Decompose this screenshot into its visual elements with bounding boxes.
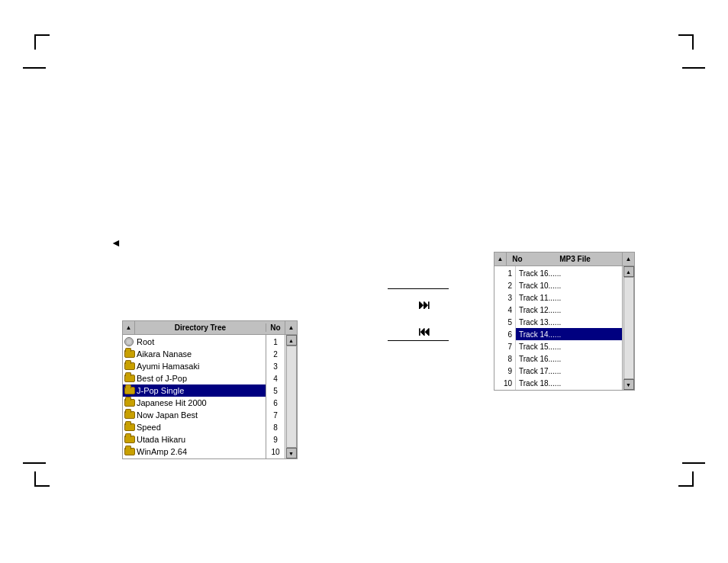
cd-icon [124,337,135,346]
dir-item-label: Now Japan Best [137,410,198,420]
directory-no-label: No [266,323,285,332]
mp3-scroll-down[interactable]: ▼ [623,379,634,390]
mp3-item-number: 2 [494,279,515,291]
mp3-scroll-up[interactable]: ▲ [623,266,634,277]
mp3-list: 12345678910 Track 16......Track 10......… [494,266,622,390]
mp3-item-number: 1 [494,267,515,279]
dir-item-5[interactable]: Japanese Hit 2000 [123,397,266,409]
nav-backward-button[interactable]: ⏮ [418,325,430,339]
folder-icon [124,423,135,432]
mp3-item-5[interactable]: Track 14...... [516,328,622,340]
directory-body: RootAikara NanaseAyumi HamasakiBest of J… [123,335,297,458]
dir-scroll-up-button[interactable]: ▲ [123,321,135,335]
dash-bl [23,462,46,464]
mp3-item-number: 6 [494,328,515,340]
folder-icon [124,386,135,395]
nav-forward-button[interactable]: ⏭ [418,298,430,312]
directory-scrollbar: ▲ ▼ [285,335,297,458]
dir-scroll-track [286,346,297,448]
mp3-item-2[interactable]: Track 11...... [516,291,622,304]
folder-icon [124,410,135,420]
dir-item-label: Japanese Hit 2000 [137,398,207,407]
folder-icon [124,362,135,371]
mp3-item-6[interactable]: Track 15...... [516,340,622,352]
dash-br [682,462,705,464]
left-arrow-indicator: ◄ [111,236,121,249]
dir-item-number: 8 [266,421,285,433]
dir-item-number: 1 [266,336,285,348]
dir-item-number: 6 [266,397,285,409]
directory-numbers: 12345678910 [266,335,285,458]
dir-item-number: 7 [266,409,285,421]
directory-panel: ▲ Directory Tree No ▲ RootAikara NanaseA… [122,320,298,459]
folder-icon [124,447,135,456]
mp3-item-8[interactable]: Track 17...... [516,365,622,377]
mp3-scrollbar: ▲ ▼ [622,266,634,390]
mp3-header-scroll-arrow[interactable]: ▲ [622,253,634,266]
mp3-panel: ▲ No MP3 File ▲ 12345678910 Track 16....… [494,252,635,391]
dir-item-6[interactable]: Now Japan Best [123,409,266,421]
folder-icon [124,349,135,359]
mp3-item-number: 7 [494,340,515,352]
nav-hline-top [388,288,449,289]
dir-item-label: Aikara Nanase [137,349,192,359]
directory-header: ▲ Directory Tree No ▲ [123,321,297,335]
mp3-header: ▲ No MP3 File ▲ [494,253,634,266]
dir-item-2[interactable]: Ayumi Hamasaki [123,360,266,372]
mp3-item-number: 9 [494,365,515,377]
dir-item-label: Root [137,337,154,346]
corner-mark-br [678,471,694,487]
dir-item-number: 2 [266,348,285,360]
mp3-item-9[interactable]: Track 18...... [516,377,622,389]
dir-item-1[interactable]: Aikara Nanase [123,348,266,360]
dir-item-label: Ayumi Hamasaki [137,362,199,371]
mp3-body: 12345678910 Track 16......Track 10......… [494,266,634,390]
dir-item-number: 3 [266,360,285,372]
directory-scroll-arrow[interactable]: ▲ [285,321,297,335]
mp3-item-number: 3 [494,291,515,304]
nav-hline-mid [388,340,449,341]
corner-mark-bl [34,471,50,487]
dir-item-label: J-Pop Single [137,386,184,395]
dir-item-label: WinAmp 2.64 [137,447,187,456]
dir-item-9[interactable]: WinAmp 2.64 [123,446,266,458]
dash-tr [682,67,705,69]
mp3-item-3[interactable]: Track 12...... [516,304,622,316]
mp3-item-number: 8 [494,352,515,365]
dir-item-4[interactable]: J-Pop Single [123,384,266,397]
dir-item-label: Utada Hikaru [137,435,185,444]
dir-item-8[interactable]: Utada Hikaru [123,433,266,446]
mp3-item-4[interactable]: Track 13...... [516,316,622,328]
dir-item-number: 4 [266,372,285,384]
mp3-file-label: MP3 File [528,255,622,263]
dir-item-3[interactable]: Best of J-Pop [123,372,266,384]
mp3-files: Track 16......Track 10......Track 11....… [516,266,622,390]
folder-icon [124,398,135,407]
mp3-item-1[interactable]: Track 10...... [516,279,622,291]
dash-tl [23,67,46,69]
corner-mark-tr [678,34,694,50]
mp3-item-7[interactable]: Track 16...... [516,352,622,365]
directory-list: RootAikara NanaseAyumi HamasakiBest of J… [123,335,266,458]
mp3-scroll-up-button[interactable]: ▲ [494,253,507,266]
mp3-item-number: 10 [494,377,515,389]
dir-item-label: Speed [137,423,161,432]
dir-item-number: 10 [266,446,285,458]
mp3-item-0[interactable]: Track 16...... [516,267,622,279]
dir-item-7[interactable]: Speed [123,421,266,433]
dir-scroll-up[interactable]: ▲ [286,335,297,346]
corner-mark-tl [34,34,50,50]
folder-icon [124,435,135,444]
mp3-item-number: 5 [494,316,515,328]
mp3-numbers: 12345678910 [494,266,516,390]
dir-item-0[interactable]: Root [123,336,266,348]
dir-item-number: 9 [266,433,285,446]
mp3-scroll-track [623,277,634,379]
folder-icon [124,374,135,383]
dir-item-number: 5 [266,384,285,397]
mp3-item-number: 4 [494,304,515,316]
dir-scroll-down[interactable]: ▼ [286,448,297,458]
mp3-no-label: No [507,255,528,263]
dir-item-label: Best of J-Pop [137,374,187,383]
directory-title: Directory Tree [135,323,266,332]
